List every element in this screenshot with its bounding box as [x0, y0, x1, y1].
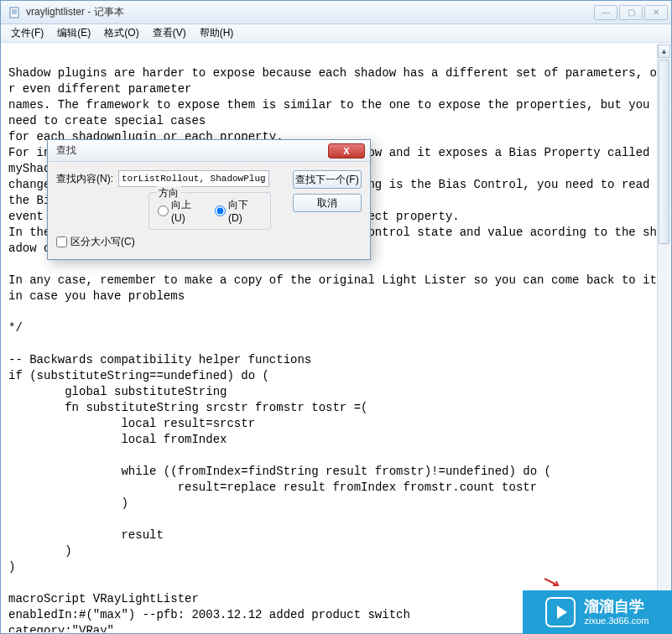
direction-label: 方向: [156, 186, 181, 200]
find-input[interactable]: [118, 170, 269, 187]
radio-up-label: 向上(U): [171, 198, 205, 224]
find-label: 查找内容(N):: [56, 172, 113, 186]
menu-edit[interactable]: 编辑(E): [50, 24, 97, 42]
radio-down[interactable]: 向下(D): [215, 198, 262, 224]
radio-down-input[interactable]: [215, 205, 226, 216]
dialog-close-button[interactable]: X: [328, 143, 365, 158]
radio-row: 向上(U) 向下(D): [158, 198, 262, 224]
match-case-checkbox[interactable]: 区分大小写(C): [56, 235, 362, 249]
editor-content[interactable]: Shadow plugins are harder to expose beca…: [2, 44, 670, 632]
code-text[interactable]: Shadow plugins are harder to expose beca…: [8, 49, 664, 632]
watermark-url: zixue.3d66.com: [584, 616, 649, 626]
close-button[interactable]: ✕: [644, 5, 668, 20]
window-buttons: — ▢ ✕: [592, 5, 668, 20]
case-row: 区分大小写(C): [56, 235, 362, 249]
find-next-button[interactable]: 查找下一个(F): [293, 170, 362, 189]
radio-up-input[interactable]: [158, 205, 169, 216]
cancel-button[interactable]: 取消: [293, 194, 362, 212]
notepad-icon: [8, 6, 21, 19]
minimize-button[interactable]: —: [594, 5, 617, 20]
annotation-arrow-icon: [543, 577, 563, 589]
menu-format[interactable]: 格式(O): [97, 24, 145, 42]
watermark-text: 溜溜自学 zixue.3d66.com: [584, 598, 649, 627]
watermark-title: 溜溜自学: [584, 598, 649, 616]
scroll-thumb[interactable]: [659, 60, 669, 244]
match-case-label: 区分大小写(C): [70, 235, 135, 249]
direction-group: 方向 向上(U) 向下(D): [148, 192, 271, 230]
svg-rect-0: [10, 8, 18, 18]
scroll-up-button[interactable]: ▲: [658, 44, 670, 58]
maximize-button[interactable]: ▢: [619, 5, 643, 20]
dialog-buttons: 查找下一个(F) 取消: [293, 170, 362, 212]
match-case-input[interactable]: [56, 236, 67, 247]
watermark: 溜溜自学 zixue.3d66.com: [523, 590, 672, 634]
titlebar[interactable]: vraylightlister - 记事本 — ▢ ✕: [1, 1, 671, 24]
menu-file[interactable]: 文件(F): [4, 24, 50, 42]
window-title: vraylightlister - 记事本: [26, 5, 592, 19]
play-icon: [545, 597, 576, 627]
menu-view[interactable]: 查看(V): [146, 24, 193, 42]
menubar: 文件(F) 编辑(E) 格式(O) 查看(V) 帮助(H): [1, 24, 671, 43]
dialog-titlebar[interactable]: 查找 X: [48, 140, 370, 162]
vertical-scrollbar[interactable]: ▲ ▼: [657, 44, 670, 618]
radio-up[interactable]: 向上(U): [158, 198, 205, 224]
radio-down-label: 向下(D): [228, 198, 262, 224]
notepad-window: vraylightlister - 记事本 — ▢ ✕ 文件(F) 编辑(E) …: [0, 0, 672, 634]
dialog-body: 查找下一个(F) 取消 查找内容(N): 方向 向上(U) 向下(D) 区分大小…: [48, 162, 370, 259]
find-dialog: 查找 X 查找下一个(F) 取消 查找内容(N): 方向 向上(U) 向下(D)…: [47, 139, 371, 260]
close-icon: X: [343, 146, 349, 156]
dialog-title: 查找: [56, 143, 328, 158]
menu-help[interactable]: 帮助(H): [193, 24, 241, 42]
